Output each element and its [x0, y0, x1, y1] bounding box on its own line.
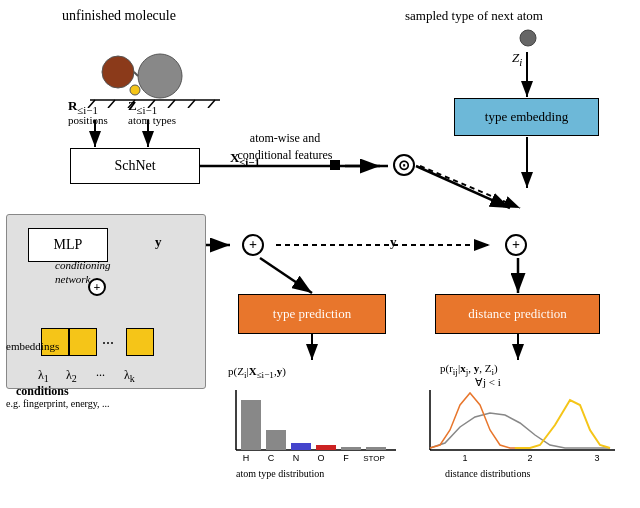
svg-point-26 — [130, 85, 140, 95]
svg-text:O: O — [317, 453, 324, 463]
distance-dist-label: distance distributions — [445, 468, 530, 479]
lambda2-label: λ2 — [66, 368, 77, 384]
embed-box-k — [126, 328, 154, 356]
hadamard-op: ⊙ — [393, 154, 415, 176]
type-merge-op: + — [242, 234, 264, 256]
svg-rect-38 — [241, 400, 261, 450]
diagram-container: unfinished molecule sampled type of next… — [0, 0, 640, 508]
svg-line-9 — [260, 258, 312, 293]
dots-label: ··· — [102, 335, 114, 353]
svg-line-7 — [420, 166, 520, 208]
svg-text:C: C — [268, 453, 275, 463]
svg-rect-42 — [341, 447, 361, 450]
svg-rect-41 — [316, 445, 336, 450]
svg-text:3: 3 — [594, 453, 599, 463]
type-embedding-box: type embedding — [454, 98, 599, 136]
y-label-1: y — [155, 234, 162, 250]
mlp-box: MLP — [28, 228, 108, 262]
schnet-box: SchNet — [70, 148, 200, 184]
svg-text:STOP: STOP — [363, 454, 385, 463]
r-label: R≤i−1 — [68, 98, 98, 116]
atom-type-chart: H C N O F STOP — [216, 385, 401, 465]
sampled-type-label: sampled type of next atom — [405, 8, 543, 24]
molecule-graphic — [60, 28, 220, 108]
unfinished-molecule-label: unfinished molecule — [62, 8, 176, 24]
z-label: Z≤i−1 — [128, 98, 157, 116]
dist-merge-op: + — [505, 234, 527, 256]
y-label-2: y — [390, 234, 397, 250]
svg-line-25 — [134, 72, 138, 76]
svg-text:H: H — [243, 453, 250, 463]
embeddings-label: embeddings — [6, 340, 59, 352]
svg-text:F: F — [343, 453, 349, 463]
svg-line-29 — [108, 100, 115, 108]
zi-dot — [518, 28, 538, 48]
conditions-label: conditions — [16, 384, 69, 399]
svg-rect-40 — [291, 443, 311, 450]
svg-line-34 — [208, 100, 215, 108]
atom-types-label: atom types — [128, 114, 176, 126]
stop-square — [330, 160, 340, 170]
schnet-label: SchNet — [114, 158, 155, 174]
svg-point-23 — [138, 54, 182, 98]
distance-chart: 1 2 3 — [415, 385, 625, 465]
svg-line-15 — [416, 166, 510, 208]
svg-line-33 — [188, 100, 195, 108]
x-label: X≤i−1 — [230, 150, 260, 168]
conditioning-plus-op: + — [88, 278, 106, 296]
positions-label: positions — [68, 114, 108, 126]
type-prediction-box: type prediction — [238, 294, 386, 334]
lambda1-label: λ1 — [38, 368, 49, 384]
zi-label: Zi — [512, 50, 522, 68]
svg-text:1: 1 — [462, 453, 467, 463]
conditions-eg-label: e.g. fingerprint, energy, ... — [6, 398, 110, 409]
embed-box-2 — [69, 328, 97, 356]
svg-text:2: 2 — [527, 453, 532, 463]
svg-point-35 — [520, 30, 536, 46]
svg-rect-43 — [366, 447, 386, 450]
prob-type-label: p(Zi|X≤i−1,y) — [228, 365, 286, 380]
distance-prediction-box: distance prediction — [435, 294, 600, 334]
svg-text:N: N — [293, 453, 300, 463]
distance-prediction-label: distance prediction — [468, 306, 567, 322]
type-embedding-label: type embedding — [485, 109, 568, 125]
svg-line-32 — [168, 100, 175, 108]
atom-type-dist-label: atom type distribution — [236, 468, 324, 479]
mlp-label: MLP — [54, 237, 83, 253]
svg-point-24 — [102, 56, 134, 88]
prob-dist-label: p(rij|xj, y, Zi) — [440, 362, 498, 377]
type-prediction-label: type prediction — [273, 306, 351, 322]
lambdak-label: λk — [124, 368, 135, 384]
svg-rect-39 — [266, 430, 286, 450]
dots-lambda: ··· — [96, 368, 105, 383]
